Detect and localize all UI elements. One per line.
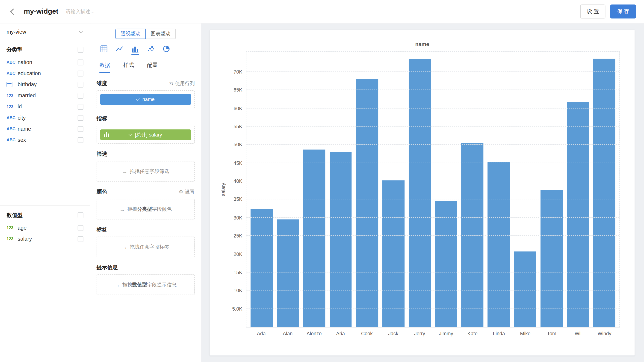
sidebar-sections: 分类型ABCnationABCeducationbirthday123marri… bbox=[0, 40, 90, 247]
measure-dropzone[interactable]: [总计] salary bbox=[96, 126, 195, 144]
right-arrow-icon: → bbox=[114, 282, 120, 288]
color-settings-label: 设置 bbox=[185, 188, 195, 195]
tab-config[interactable]: 配置 bbox=[147, 58, 158, 73]
settings-button[interactable]: 设 置 bbox=[580, 4, 606, 19]
calendar-icon bbox=[7, 82, 12, 87]
field-item-salary[interactable]: 123salary bbox=[0, 233, 90, 244]
field-checkbox[interactable] bbox=[78, 82, 84, 88]
x-tick-label: Aria bbox=[327, 331, 354, 336]
bar-slot bbox=[565, 52, 591, 327]
tab-style[interactable]: 样式 bbox=[123, 58, 134, 73]
bar-Cook[interactable] bbox=[356, 79, 378, 327]
filter-section-header: 筛选 bbox=[96, 150, 195, 158]
field-checkbox[interactable] bbox=[78, 70, 84, 76]
field-item-birthday[interactable]: birthday bbox=[0, 79, 90, 90]
mode-tab-pivot[interactable]: 透视驱动 bbox=[116, 29, 146, 39]
gridline bbox=[246, 72, 619, 72]
use-rowcol-button[interactable]: ⇆ 使用行列 bbox=[169, 80, 195, 87]
bar-Mike[interactable] bbox=[514, 252, 536, 327]
x-tick-label: Mike bbox=[512, 331, 539, 336]
field-name: name bbox=[18, 126, 78, 132]
field-checkbox[interactable] bbox=[78, 236, 84, 242]
field-checkbox[interactable] bbox=[78, 115, 84, 120]
field-item-married[interactable]: 123married bbox=[0, 90, 90, 101]
scatter-chart-icon[interactable] bbox=[146, 44, 155, 53]
bar-Linda[interactable] bbox=[488, 162, 510, 327]
x-tick-label: Windy bbox=[591, 331, 618, 336]
tab-data[interactable]: 数据 bbox=[99, 58, 110, 73]
tooltip-label: 提示信息 bbox=[96, 264, 118, 271]
bar-Alonzo[interactable] bbox=[303, 150, 326, 327]
field-item-name[interactable]: ABCname bbox=[0, 123, 90, 134]
filter-dropzone[interactable]: → 拖拽任意字段筛选 bbox=[96, 161, 195, 182]
y-tick-label: 40K bbox=[234, 178, 246, 184]
line-chart-icon[interactable] bbox=[115, 44, 124, 53]
bar-slot bbox=[328, 52, 354, 327]
view-selector[interactable]: my-view bbox=[0, 24, 90, 40]
field-name: age bbox=[18, 225, 78, 231]
description-input[interactable]: 请输入描述... bbox=[66, 8, 94, 15]
label-dropzone-text: 拖拽任意字段标签 bbox=[130, 244, 169, 250]
widget-editor: my-widget 请输入描述... 设 置 保 存 my-view 分类型AB… bbox=[0, 0, 644, 362]
bar-slot bbox=[406, 52, 433, 327]
field-checkbox[interactable] bbox=[78, 225, 84, 231]
field-item-city[interactable]: ABCcity bbox=[0, 112, 90, 123]
gridline bbox=[246, 272, 619, 272]
plot-area: salary 5.0K10K15K20K25K30K35K40K45K50K55… bbox=[246, 52, 620, 328]
field-item-education[interactable]: ABCeducation bbox=[0, 68, 90, 79]
bar-Jerry[interactable] bbox=[409, 59, 431, 327]
color-dropzone-text: 拖拽分类型字段颜色 bbox=[127, 206, 172, 212]
view-selector-value: my-view bbox=[7, 28, 26, 35]
field-name: sex bbox=[18, 137, 78, 143]
dimension-label: 维度 bbox=[96, 80, 107, 87]
field-checkbox[interactable] bbox=[78, 126, 84, 132]
section-checkbox[interactable] bbox=[78, 212, 84, 218]
gridline bbox=[246, 199, 619, 200]
back-button[interactable] bbox=[8, 7, 18, 16]
field-checkbox[interactable] bbox=[78, 59, 84, 65]
field-checkbox[interactable] bbox=[78, 137, 84, 143]
field-name: city bbox=[18, 114, 78, 121]
y-tick-label: 65K bbox=[234, 87, 246, 93]
dimension-dropzone[interactable]: name bbox=[96, 90, 195, 108]
label-dropzone[interactable]: → 拖拽任意字段标签 bbox=[96, 236, 195, 257]
bar-Tom[interactable] bbox=[540, 190, 562, 327]
field-checkbox[interactable] bbox=[78, 104, 84, 110]
field-type-number-icon: 123 bbox=[7, 236, 18, 241]
field-name: birthday bbox=[18, 82, 78, 88]
bar-Wil[interactable] bbox=[567, 102, 589, 327]
color-settings-button[interactable]: ⚙ 设置 bbox=[179, 188, 195, 195]
field-checkbox[interactable] bbox=[78, 93, 84, 98]
bar-chart-icon[interactable] bbox=[131, 44, 140, 53]
bar-Aria[interactable] bbox=[330, 152, 352, 327]
dimension-pill-name[interactable]: name bbox=[100, 94, 191, 105]
tooltip-dropzone-text: 拖拽数值型字段提示信息 bbox=[122, 281, 176, 288]
chart-canvas-area: name salary 5.0K10K15K20K25K30K35K40K45K… bbox=[201, 24, 644, 362]
gridline bbox=[246, 108, 619, 108]
field-item-nation[interactable]: ABCnation bbox=[0, 57, 90, 68]
save-button[interactable]: 保 存 bbox=[610, 4, 636, 19]
measure-section-header: 指标 bbox=[96, 115, 195, 122]
bar-Windy[interactable] bbox=[593, 59, 615, 327]
section-checkbox[interactable] bbox=[78, 47, 84, 52]
mode-tab-chart[interactable]: 图表驱动 bbox=[146, 29, 176, 39]
x-tick-label: Kate bbox=[459, 331, 486, 336]
y-tick-label: 15K bbox=[234, 270, 246, 275]
gridline bbox=[246, 181, 619, 181]
pie-chart-icon[interactable] bbox=[162, 44, 171, 53]
bar-Jimmy[interactable] bbox=[435, 201, 457, 327]
y-tick-label: 20K bbox=[234, 251, 246, 257]
bar-Ada[interactable] bbox=[250, 209, 273, 327]
right-arrow-icon: → bbox=[120, 206, 125, 212]
x-tick-label: Cook bbox=[354, 331, 380, 336]
tooltip-dropzone[interactable]: → 拖拽数值型字段提示信息 bbox=[96, 274, 195, 295]
color-dropzone[interactable]: → 拖拽分类型字段颜色 bbox=[96, 199, 195, 219]
field-item-sex[interactable]: ABCsex bbox=[0, 134, 90, 146]
table-chart-icon[interactable] bbox=[99, 44, 108, 53]
field-item-age[interactable]: 123age bbox=[0, 222, 90, 233]
bar-Kate[interactable] bbox=[462, 143, 484, 327]
field-item-id[interactable]: 123id bbox=[0, 101, 90, 112]
field-type-number-icon: 123 bbox=[7, 93, 18, 98]
measure-pill-salary[interactable]: [总计] salary bbox=[100, 129, 191, 140]
chevron-left-icon bbox=[10, 8, 16, 15]
